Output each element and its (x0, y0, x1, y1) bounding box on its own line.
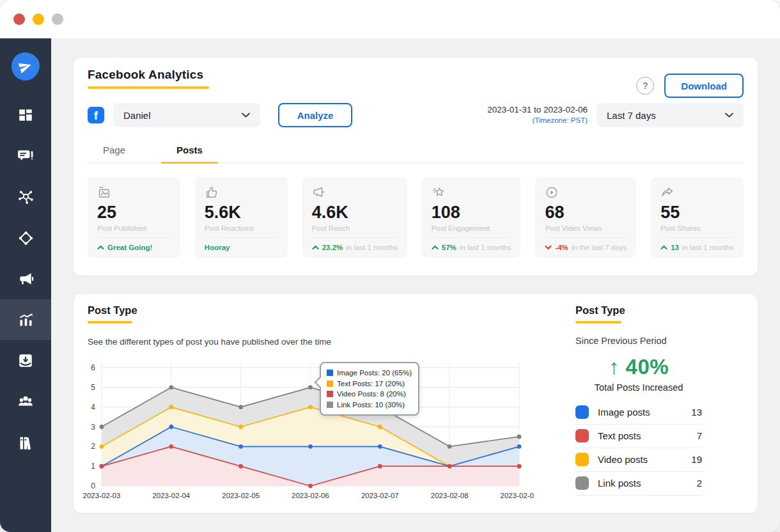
date-range-value: 2023-01-31 to 2023-02-06 (487, 104, 588, 116)
close-window-button[interactable] (13, 13, 25, 25)
maximize-window-button[interactable] (52, 13, 63, 25)
team-icon (17, 393, 35, 411)
stat-card-post-engagement: 108Post Engagement57%in last 1 months (422, 177, 521, 258)
stat-label: Post Published (97, 224, 171, 232)
chart-tooltip: Image Posts: 20 (65%)Text Posts: 17 (20%… (320, 362, 419, 416)
analytics-icon (17, 311, 35, 329)
up-trend-icon (432, 245, 439, 250)
timezone-label: (Timezone: PST) (487, 116, 588, 126)
svg-text:2023-02-07: 2023-02-07 (361, 492, 399, 499)
sidebar-item-team[interactable] (0, 381, 51, 422)
megaphone-icon (17, 270, 34, 287)
stat-footer-highlight: 57% (442, 244, 456, 251)
sidebar-item-nodes[interactable] (0, 217, 51, 258)
legend-swatch (327, 391, 333, 397)
minimize-window-button[interactable] (33, 13, 44, 25)
chart-canvas: 01234562023-02-032023-02-042023-02-05202… (82, 353, 534, 506)
stat-card-post-published: 25Post PublishedGreat Going! (88, 177, 180, 258)
share-arrow-icon (660, 185, 734, 199)
stat-footer: 13in last 1 months (660, 237, 734, 258)
stat-card-post-shares: 55Post Shares13in last 1 months (651, 177, 744, 258)
legend-label: Image posts (598, 407, 650, 418)
sidebar-item-analytics[interactable] (0, 299, 51, 340)
send-logo-icon (12, 52, 40, 81)
legend-value: 7 (697, 430, 702, 441)
stat-card-post-video-views: 68Post Video Views-4%in the last 7 days (535, 177, 636, 258)
stat-footer: Hooray (205, 237, 278, 258)
stat-value: 55 (660, 203, 734, 223)
stat-footer: -4%in the last 7 days (545, 237, 627, 258)
tab-bar: PagePosts (88, 141, 744, 163)
stat-label: Post Shares (660, 224, 734, 232)
download-button[interactable]: Download (664, 74, 744, 98)
post-type-legend: Image posts13Text posts7Video posts19Lin… (575, 401, 702, 496)
date-range: 2023-01-31 to 2023-02-06 (Timezone: PST) (487, 104, 588, 126)
legend-value: 2 (697, 478, 702, 489)
account-select[interactable]: Daniel (113, 103, 260, 127)
stat-value: 68 (545, 203, 627, 223)
legend-row-image-posts: Image posts13 (575, 401, 702, 425)
sidebar-item-messages[interactable] (0, 136, 51, 176)
app-window: Facebook Analytics ? Download f Daniel (0, 0, 780, 532)
svg-text:2023-02-09: 2023-02-09 (501, 492, 534, 499)
stat-value: 5.6K (205, 203, 278, 223)
stat-footer-highlight: 13 (671, 244, 679, 251)
period-select[interactable]: Last 7 days (597, 103, 744, 127)
stat-value: 25 (97, 203, 171, 223)
main-content: Facebook Analytics ? Download f Daniel (51, 38, 780, 532)
screen: Facebook Analytics ? Download f Daniel (0, 0, 780, 532)
sidebar-item-library[interactable] (0, 422, 51, 463)
thumbs-up-icon (205, 185, 278, 199)
tooltip-item: Link Posts: 10 (30%) (327, 400, 412, 411)
up-trend-icon (312, 245, 319, 250)
sidebar-item-dashboard[interactable] (0, 95, 51, 136)
analyze-button[interactable]: Analyze (278, 103, 352, 127)
stat-footer-highlight: 23.2% (322, 244, 343, 251)
svg-text:6: 6 (91, 363, 95, 372)
app-logo[interactable] (0, 38, 51, 95)
tooltip-item: Video Posts: 8 (20%) (327, 389, 412, 400)
up-trend-icon (97, 245, 104, 250)
tab-page[interactable]: Page (88, 141, 141, 162)
stat-label: Post Reactions (205, 224, 278, 232)
change-caption: Total Posts Increased (575, 382, 702, 393)
chevron-down-icon (725, 113, 733, 118)
stat-footer-rest: in last 1 months (346, 244, 398, 251)
legend-row-video-posts: Video posts19 (575, 448, 702, 472)
change-percent: ↑ 40% (575, 355, 702, 379)
svg-text:1: 1 (91, 462, 95, 471)
controls-row: f Daniel Analyze 2023-01-31 to 2023-02-0… (88, 102, 744, 128)
stat-value: 108 (432, 203, 511, 223)
sidebar-item-inbox[interactable] (0, 340, 51, 381)
post-type-chart[interactable]: 01234562023-02-032023-02-042023-02-05202… (82, 353, 534, 506)
messages-icon (17, 148, 34, 164)
summary-title: Post Type (575, 304, 702, 324)
up-arrow-icon: ↑ (609, 355, 620, 379)
svg-text:2023-02-06: 2023-02-06 (292, 492, 329, 499)
inbox-icon (17, 352, 34, 369)
title-underline (575, 321, 621, 324)
legend-swatch (327, 402, 333, 408)
tooltip-item: Image Posts: 20 (65%) (327, 368, 412, 379)
legend-swatch (327, 370, 333, 376)
svg-text:2023-02-05: 2023-02-05 (222, 492, 260, 499)
legend-label: Text posts (598, 430, 641, 441)
chevron-down-icon (242, 113, 250, 118)
page-title: Facebook Analytics (88, 68, 209, 89)
nodes-icon (17, 230, 35, 247)
svg-text:2023-02-03: 2023-02-03 (83, 492, 121, 499)
tab-posts[interactable]: Posts (161, 141, 218, 162)
legend-label: Link posts (598, 478, 641, 489)
play-circle-icon (545, 185, 627, 199)
stat-value: 4.6K (312, 203, 398, 223)
svg-text:4: 4 (91, 403, 95, 412)
megaphone-outline-icon (312, 185, 398, 199)
facebook-icon: f (88, 107, 104, 123)
help-icon[interactable]: ? (636, 77, 654, 95)
post-type-card: Post Type See the different types of pos… (74, 294, 758, 513)
sidebar-item-network[interactable] (0, 176, 51, 217)
svg-text:0: 0 (91, 481, 95, 490)
stat-footer-highlight: Great Going! (107, 244, 152, 251)
sidebar-item-megaphone[interactable] (0, 258, 51, 299)
up-trend-icon (660, 245, 667, 250)
